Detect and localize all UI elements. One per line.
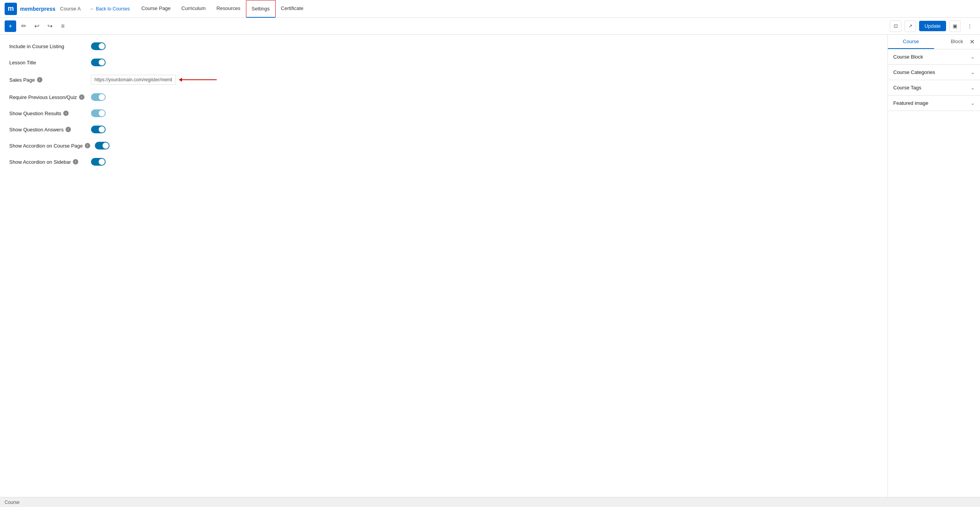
require-previous-info-icon[interactable]: i — [79, 94, 84, 100]
show-question-answers-toggle[interactable] — [91, 126, 106, 133]
course-title: Course A — [60, 6, 81, 12]
sales-page-input[interactable] — [91, 75, 176, 85]
toggle-slider-show-question-answers[interactable] — [91, 126, 106, 133]
toggle-slider-show-accordion-sidebar[interactable] — [91, 158, 106, 166]
status-text: Course — [5, 500, 20, 505]
featured-image-header[interactable]: Featured image ⌄ — [888, 96, 980, 111]
course-tags-label: Course Tags — [893, 85, 921, 91]
show-question-results-label: Show Question Results i — [9, 111, 86, 116]
setting-row-show-accordion-sidebar: Show Accordion on Sidebar i — [9, 158, 878, 166]
tab-course-page[interactable]: Course Page — [136, 0, 176, 18]
setting-row-require-previous: Require Previous Lesson/Quiz i — [9, 93, 878, 101]
panel-section-course-tags: Course Tags ⌄ — [888, 80, 980, 96]
more-options-button[interactable]: ⋮ — [964, 20, 975, 32]
arrow-indicator — [179, 78, 217, 82]
right-panel-close-button[interactable]: ✕ — [968, 37, 976, 47]
back-to-courses-link[interactable]: ← Back to Courses — [90, 6, 130, 12]
more-icon: ⋮ — [967, 23, 972, 29]
tab-settings[interactable]: Settings — [246, 0, 276, 18]
sales-page-info-icon[interactable]: i — [37, 77, 42, 82]
toolbar-right: ⊡ ↗ Update ▣ ⋮ — [890, 20, 975, 32]
panel-section-course-categories: Course Categories ⌄ — [888, 65, 980, 80]
show-question-results-info-icon[interactable]: i — [63, 111, 69, 116]
require-previous-label: Require Previous Lesson/Quiz i — [9, 94, 86, 100]
setting-row-show-accordion-course-page: Show Accordion on Course Page i — [9, 142, 878, 149]
course-tags-chevron-icon: ⌄ — [971, 85, 975, 91]
settings-area: Include in Course Listing Lesson Title S… — [0, 35, 887, 497]
right-panel-tabs: Course Block ✕ — [888, 35, 980, 49]
nav-tabs: Course Page Curriculum Resources Setting… — [136, 0, 309, 18]
course-tags-header[interactable]: Course Tags ⌄ — [888, 80, 980, 95]
show-accordion-sidebar-toggle[interactable] — [91, 158, 106, 166]
main-content: Include in Course Listing Lesson Title S… — [0, 35, 980, 497]
list-icon: ≡ — [61, 23, 64, 30]
toolbar-left: + ✏ ↩ ↪ ≡ — [5, 20, 69, 32]
status-bar: Course — [0, 497, 980, 507]
tab-certificate[interactable]: Certificate — [276, 0, 309, 18]
show-question-answers-label: Show Question Answers i — [9, 127, 86, 133]
setting-row-show-question-answers: Show Question Answers i — [9, 126, 878, 133]
view-icon: ⊡ — [894, 23, 898, 29]
include-course-listing-toggle[interactable] — [91, 42, 106, 50]
setting-row-include-course-listing: Include in Course Listing — [9, 42, 878, 50]
redo-button[interactable]: ↪ — [44, 20, 56, 32]
show-accordion-course-page-label: Show Accordion on Course Page i — [9, 143, 90, 149]
editor-toolbar: + ✏ ↩ ↪ ≡ ⊡ ↗ Update ▣ ⋮ — [0, 18, 980, 35]
setting-row-show-question-results: Show Question Results i — [9, 109, 878, 117]
external-link-button[interactable]: ↗ — [904, 20, 916, 32]
setting-row-sales-page: Sales Page i — [9, 75, 878, 85]
add-button[interactable]: + — [5, 20, 16, 32]
edit-icon: ✏ — [21, 22, 26, 30]
show-question-answers-info-icon[interactable]: i — [66, 127, 71, 132]
right-tab-course[interactable]: Course — [888, 35, 934, 49]
course-categories-label: Course Categories — [893, 69, 935, 75]
toggle-slider-lesson-title[interactable] — [91, 59, 106, 66]
featured-image-chevron-icon: ⌄ — [971, 101, 975, 106]
show-accordion-sidebar-label: Show Accordion on Sidebar i — [9, 159, 86, 165]
require-previous-toggle[interactable] — [91, 93, 106, 101]
logo-area: m memberpress Course A — [5, 3, 81, 15]
brand-name: memberpress — [20, 6, 56, 12]
show-accordion-course-page-toggle[interactable] — [95, 142, 109, 149]
show-accordion-course-page-info-icon[interactable]: i — [85, 143, 90, 148]
tab-curriculum[interactable]: Curriculum — [176, 0, 211, 18]
list-view-button[interactable]: ≡ — [57, 20, 69, 32]
lesson-title-label: Lesson Title — [9, 60, 86, 65]
lesson-title-toggle[interactable] — [91, 59, 106, 66]
layout-icon: ▣ — [953, 23, 957, 29]
redo-icon: ↪ — [47, 22, 52, 30]
layout-button[interactable]: ▣ — [949, 20, 961, 32]
arrow-head — [179, 78, 182, 82]
undo-button[interactable]: ↩ — [31, 20, 42, 32]
edit-button[interactable]: ✏ — [18, 20, 29, 32]
toggle-slider-show-accordion-course-page[interactable] — [95, 142, 109, 149]
view-button[interactable]: ⊡ — [890, 20, 901, 32]
toggle-slider-include-course-listing[interactable] — [91, 42, 106, 50]
arrow-line — [182, 79, 217, 80]
course-block-label: Course Block — [893, 54, 923, 60]
update-button[interactable]: Update — [919, 21, 946, 31]
course-block-header[interactable]: Course Block ⌄ — [888, 49, 980, 64]
show-accordion-sidebar-info-icon[interactable]: i — [73, 159, 78, 165]
external-link-icon: ↗ — [908, 23, 913, 29]
course-categories-header[interactable]: Course Categories ⌄ — [888, 65, 980, 80]
include-course-listing-label: Include in Course Listing — [9, 44, 86, 49]
top-navigation: m memberpress Course A ← Back to Courses… — [0, 0, 980, 18]
panel-section-featured-image: Featured image ⌄ — [888, 96, 980, 111]
toggle-slider-show-question-results[interactable] — [91, 109, 106, 117]
setting-row-lesson-title: Lesson Title — [9, 59, 878, 66]
featured-image-label: Featured image — [893, 100, 928, 106]
logo-icon: m — [5, 3, 17, 15]
sales-page-input-wrap — [91, 75, 176, 85]
panel-section-course-block: Course Block ⌄ — [888, 49, 980, 65]
undo-icon: ↩ — [34, 22, 39, 30]
tab-resources[interactable]: Resources — [211, 0, 246, 18]
sales-page-label: Sales Page i — [9, 77, 86, 83]
toggle-slider-require-previous[interactable] — [91, 93, 106, 101]
right-panel: Course Block ✕ Course Block ⌄ Course Cat… — [887, 35, 980, 497]
add-icon: + — [8, 23, 12, 30]
course-categories-chevron-icon: ⌄ — [971, 70, 975, 75]
show-question-results-toggle[interactable] — [91, 109, 106, 117]
course-block-chevron-icon: ⌄ — [971, 54, 975, 60]
